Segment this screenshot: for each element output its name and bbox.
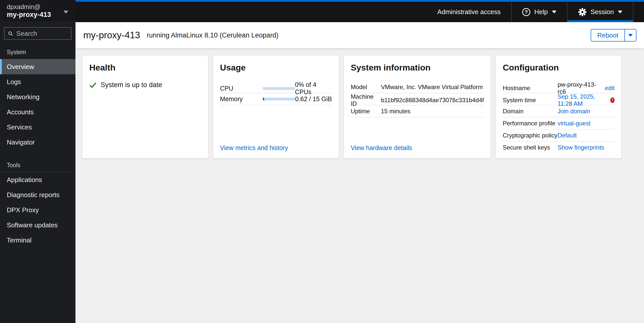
administrative-access-label: Administrative access: [437, 8, 501, 16]
sidebar-item-navigator[interactable]: Navigator: [0, 135, 75, 150]
nav-section-title: Tools: [0, 150, 75, 172]
help-label: Help: [534, 8, 548, 16]
usage-rows: CPU0% of 4 CPUsMemory0.62 / 15 GiB: [220, 81, 332, 105]
app-root: dpxadmin@ my-proxy-413 SystemOverviewLog…: [0, 0, 644, 323]
overview-content: Health System is up to date Usage CPU0% …: [75, 48, 644, 323]
system-information-card-footer: View hardware details: [351, 144, 484, 152]
chevron-down-icon: [552, 11, 556, 13]
administrative-access-button[interactable]: Administrative access: [427, 2, 511, 22]
system-information-rows: ModelVMware, Inc. VMware Virtual Platfor…: [351, 81, 484, 117]
usage-value: 0% of 4 CPUs: [295, 81, 332, 96]
sidebar-nav: SystemOverviewLogsNetworkingAccountsServ…: [0, 42, 75, 248]
masthead-end-spacer: [633, 2, 644, 22]
info-value: VMware, Inc. VMware Virtual Platform: [381, 84, 484, 91]
session-label: Session: [591, 8, 614, 16]
usage-card: Usage CPU0% of 4 CPUsMemory0.62 / 15 GiB…: [213, 56, 339, 158]
help-icon: ?: [522, 8, 530, 16]
cfg-value: Default: [557, 132, 615, 139]
usage-label: CPU: [220, 85, 263, 92]
info-row-machine-id: Machine IDb11bf92c888348d4ae73076c331b4d…: [351, 93, 484, 105]
chevron-down-icon: [63, 11, 68, 14]
warning-icon: !: [610, 97, 615, 103]
configuration-rows: Hostnamepw-proxy-413-rc6editSystem timeS…: [503, 81, 615, 154]
info-value: b11bf92c888348d4ae73076c331b4d4f: [381, 97, 484, 104]
reboot-dropdown-toggle[interactable]: [625, 29, 636, 42]
cfg-link-sep-15-2025-11-28-am[interactable]: Sep 15, 2025, 11:28 AM: [557, 93, 607, 107]
health-status-item: System is up to date: [89, 81, 201, 89]
progress-bar: [263, 87, 295, 90]
view-metrics-link[interactable]: View metrics and history: [220, 144, 288, 151]
sidebar-item-accounts[interactable]: Accounts: [0, 104, 75, 120]
cfg-value: Join domain: [557, 108, 615, 115]
sidebar-item-services[interactable]: Services: [0, 120, 75, 135]
help-menu-button[interactable]: ? Help: [512, 2, 567, 22]
cfg-label: Domain: [503, 108, 557, 115]
view-hardware-details-link[interactable]: View hardware details: [351, 144, 412, 151]
configuration-card-title: Configuration: [503, 63, 615, 73]
sidebar-item-terminal[interactable]: Terminal: [0, 233, 75, 248]
cfg-link-default[interactable]: Default: [557, 132, 577, 139]
info-row-model: ModelVMware, Inc. VMware Virtual Platfor…: [351, 81, 484, 93]
chevron-down-icon: [618, 11, 622, 13]
cfg-label: Hostname: [503, 85, 557, 92]
nav-section-tools: ToolsApplicationsDiagnostic reportsDPX P…: [0, 150, 75, 248]
info-label: Uptime: [351, 108, 381, 115]
sidebar-item-applications[interactable]: Applications: [0, 172, 75, 187]
info-label: Model: [351, 84, 381, 91]
search-input[interactable]: [16, 30, 67, 38]
cfg-label: Cryptographic policy: [503, 132, 557, 139]
session-menu-button[interactable]: Session: [568, 2, 633, 22]
usage-card-title: Usage: [220, 63, 332, 73]
health-card-title: Health: [89, 63, 201, 73]
sidebar-hostname: my-proxy-413: [7, 11, 69, 19]
sidebar-item-diagnostic-reports[interactable]: Diagnostic reports: [0, 187, 75, 202]
cfg-value: virtual-guest: [557, 120, 615, 127]
sidebar-item-overview[interactable]: Overview: [0, 59, 75, 74]
cfg-link-virtual-guest[interactable]: virtual-guest: [557, 120, 590, 127]
host-switcher[interactable]: dpxadmin@ my-proxy-413: [0, 0, 75, 22]
masthead: Administrative access ? Help: [75, 0, 644, 22]
page-header: my-proxy-413 running AlmaLinux 8.10 (Cer…: [75, 22, 644, 48]
check-icon: [89, 82, 96, 89]
usage-value: 0.62 / 15 GiB: [295, 95, 332, 103]
sidebar-item-dpx-proxy[interactable]: DPX Proxy: [0, 202, 75, 218]
configuration-card: Configuration Hostnamepw-proxy-413-rc6ed…: [496, 56, 621, 158]
cfg-row-cryptographic-policy: Cryptographic policyDefault: [503, 129, 615, 141]
nav-section-system: SystemOverviewLogsNetworkingAccountsServ…: [0, 42, 75, 150]
reboot-button[interactable]: Reboot: [591, 29, 625, 42]
sidebar-item-networking[interactable]: Networking: [0, 89, 75, 104]
cfg-label: Secure shell keys: [503, 144, 557, 151]
cfg-row-system-time: System timeSep 15, 2025, 11:28 AM!: [503, 93, 615, 105]
info-value: 15 minutes: [381, 108, 484, 115]
sidebar-username: dpxadmin@: [7, 3, 69, 11]
health-status-text: System is up to date: [101, 81, 162, 89]
reboot-split-button: Reboot: [591, 29, 636, 42]
gear-icon: [578, 8, 587, 16]
cfg-link-edit[interactable]: edit: [605, 85, 615, 92]
cfg-link-show-fingerprints[interactable]: Show fingerprints: [557, 144, 604, 151]
progress-bar-wrap: [263, 98, 295, 100]
usage-label: Memory: [220, 95, 263, 103]
usage-row-cpu: CPU0% of 4 CPUs: [220, 81, 332, 93]
cfg-label: System time: [503, 97, 557, 104]
system-information-card: System information ModelVMware, Inc. VMw…: [344, 56, 491, 158]
cfg-value: Show fingerprints: [557, 144, 615, 151]
main-column: Administrative access ? Help: [75, 0, 644, 323]
sidebar: dpxadmin@ my-proxy-413 SystemOverviewLog…: [0, 0, 75, 323]
cfg-label: Performance profile: [503, 120, 557, 127]
cfg-link-join-domain[interactable]: Join domain: [557, 108, 590, 115]
cfg-row-secure-shell-keys: Secure shell keysShow fingerprints: [503, 141, 615, 154]
sidebar-item-logs[interactable]: Logs: [0, 74, 75, 89]
progress-bar: [263, 98, 295, 100]
page-title: my-proxy-413: [83, 30, 140, 41]
cfg-value: Sep 15, 2025, 11:28 AM!: [557, 93, 615, 107]
info-label: Machine ID: [351, 93, 381, 107]
cfg-row-performance-profile: Performance profilevirtual-guest: [503, 117, 615, 129]
chevron-down-icon: [628, 34, 633, 37]
system-information-card-title: System information: [351, 63, 484, 73]
health-card: Health System is up to date: [83, 56, 208, 158]
sidebar-search[interactable]: [4, 27, 71, 40]
cfg-row-hostname: Hostnamepw-proxy-413-rc6edit: [503, 81, 615, 93]
nav-section-title: System: [0, 42, 75, 59]
sidebar-item-software-updates[interactable]: Software updates: [0, 218, 75, 233]
